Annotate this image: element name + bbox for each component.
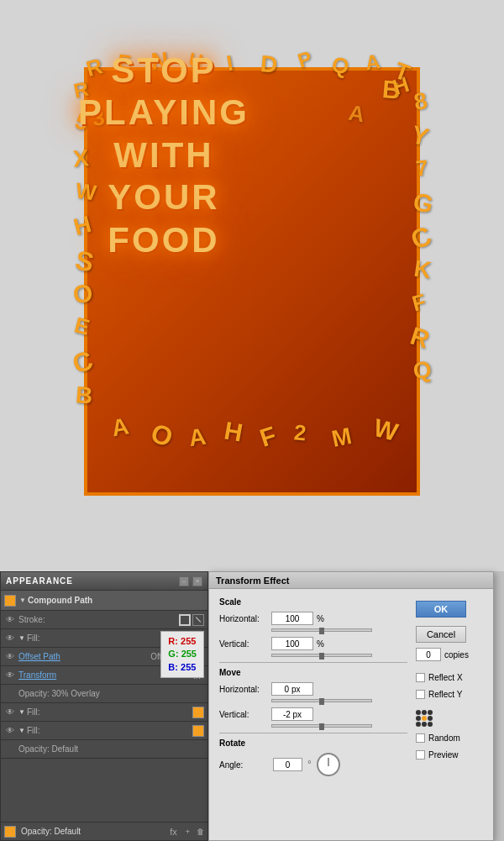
copies-label: copies	[444, 650, 469, 660]
scale-h-unit: %	[317, 614, 324, 623]
appearance-panel-footer: Opacity: Default fx + 🗑	[1, 822, 207, 840]
move-v-slider-row	[219, 724, 407, 728]
scale-h-label: Horizontal:	[219, 614, 268, 623]
panel-minimize-btn[interactable]: –	[179, 576, 189, 586]
text-line-5: FOOD	[76, 219, 252, 261]
move-v-slider[interactable]	[271, 724, 372, 728]
fill-eye-icon[interactable]: 👁	[4, 633, 16, 644]
offset-eye-icon[interactable]: 👁	[4, 651, 16, 663]
stroke-eye-icon[interactable]: 👁	[4, 614, 16, 626]
tg-dot-6	[428, 716, 433, 721]
scale-h-input[interactable]	[271, 612, 313, 625]
reflect-x-checkbox[interactable]	[416, 673, 425, 682]
fill2-row[interactable]: 👁 ▼ Fill:	[1, 703, 207, 722]
move-horizontal-row: Horizontal:	[219, 682, 407, 696]
tg-dot-8	[422, 722, 427, 727]
ok-button[interactable]: OK	[416, 601, 466, 618]
rgb-g-value: G: 255	[168, 648, 197, 660]
letter: K	[412, 255, 433, 285]
artwork-wrapper: R E N U I D P Q A T 8 Y 7 G C K F R Q W …	[71, 55, 433, 517]
scale-h-slider-row	[219, 628, 407, 632]
text-line-3: WITH	[76, 134, 252, 176]
footer-fx-icon[interactable]: fx	[170, 827, 177, 837]
tg-dot-5	[422, 716, 427, 721]
fill-arrow: ▼	[18, 634, 27, 642]
random-label: Random	[428, 733, 460, 743]
footer-trash-icon[interactable]: 🗑	[197, 828, 204, 836]
letter: B	[75, 381, 94, 410]
appearance-panel: APPEARANCE – × ▼ Compound Path 👁 Stroke:…	[0, 571, 208, 841]
move-h-slider-row	[219, 699, 407, 702]
divider-2	[219, 733, 407, 733]
panel-close-btn[interactable]: ×	[192, 576, 202, 586]
tg-dot-7	[416, 722, 421, 727]
copies-input[interactable]	[416, 648, 441, 661]
scale-section-label: Scale	[219, 597, 407, 607]
compound-path-row[interactable]: ▼ Compound Path	[1, 591, 207, 611]
letter: O	[71, 279, 95, 310]
move-h-label: Horizontal:	[219, 685, 268, 694]
fill2-label: Fill:	[27, 707, 189, 717]
transform-grid-icon[interactable]	[416, 710, 434, 728]
dialog-right: OK Cancel copies Reflect X Reflect Y	[416, 597, 483, 776]
opacity-row: Opacity: 30% Overlay	[1, 685, 207, 703]
fill2-eye-icon[interactable]: 👁	[4, 707, 16, 718]
move-v-input[interactable]	[271, 707, 313, 721]
stroke-row[interactable]: 👁 Stroke:	[1, 611, 207, 629]
compound-path-arrow: ▼	[19, 597, 28, 604]
move-h-input[interactable]	[271, 682, 313, 696]
preview-label: Preview	[428, 750, 459, 760]
preview-row: Preview	[416, 750, 483, 760]
preview-checkbox[interactable]	[416, 750, 425, 760]
angle-input[interactable]	[273, 758, 302, 771]
appearance-panel-header: APPEARANCE – ×	[1, 572, 207, 591]
text-line-1: STOP	[76, 50, 252, 92]
move-h-slider[interactable]	[271, 699, 372, 702]
transform-eye-icon[interactable]: 👁	[4, 670, 16, 681]
move-v-label: Vertical:	[219, 710, 268, 719]
compound-path-label: Compound Path	[28, 596, 204, 605]
appearance-panel-title: APPEARANCE	[6, 576, 73, 586]
reflect-y-label: Reflect Y	[428, 690, 462, 699]
dialog-body: Scale Horizontal: % Vertical: %	[209, 589, 493, 785]
letter: Q	[412, 356, 433, 386]
offset-path-label[interactable]: Offset Path	[18, 652, 150, 661]
main-text: STOP PLAYING WITH YOUR FOOD	[76, 50, 252, 261]
fill3-arrow: ▼	[18, 727, 27, 734]
random-checkbox[interactable]	[416, 733, 425, 743]
scale-horizontal-row: Horizontal: %	[219, 612, 407, 625]
move-section-label: Move	[219, 668, 407, 677]
fill3-swatch	[192, 725, 204, 737]
opacity2-label: Opacity: Default	[18, 744, 204, 754]
footer-add-icon[interactable]: +	[186, 828, 190, 836]
reflect-y-checkbox[interactable]	[416, 690, 425, 699]
stroke-box-icon	[192, 614, 204, 626]
fill3-row[interactable]: 👁 ▼ Fill:	[1, 722, 207, 740]
angle-needle	[328, 758, 328, 766]
text-line-2: PLAYING	[76, 92, 252, 134]
letter: A	[187, 423, 207, 453]
scale-v-slider-row	[219, 654, 407, 657]
text-line-4: YOUR	[76, 176, 252, 218]
bottom-panels: APPEARANCE – × ▼ Compound Path 👁 Stroke:…	[0, 571, 504, 841]
fill-rgb-row[interactable]: 👁 ▼ Fill: R: 255 G: 255 B: 255	[1, 629, 207, 648]
dialog-title: Transform Effect	[216, 576, 289, 586]
scale-v-unit: %	[317, 639, 324, 649]
scale-v-input[interactable]	[271, 637, 313, 650]
footer-swatch	[4, 826, 16, 838]
letter: D	[260, 50, 279, 79]
cancel-button[interactable]: Cancel	[416, 626, 466, 643]
scale-vertical-row: Vertical: %	[219, 637, 407, 650]
rgb-r-value: R: 255	[168, 635, 197, 648]
divider-1	[219, 662, 407, 663]
rotate-section-label: Rotate	[219, 739, 407, 748]
tg-dot-9	[428, 722, 433, 727]
panel-controls: – ×	[179, 576, 202, 586]
rgb-b-value: B: 255	[168, 661, 197, 674]
scale-h-slider[interactable]	[271, 628, 372, 632]
copies-row: copies	[416, 648, 483, 661]
fill3-eye-icon[interactable]: 👁	[4, 725, 16, 737]
scale-v-slider[interactable]	[271, 654, 372, 657]
angle-dial[interactable]	[317, 753, 340, 776]
opacity-label: Opacity: 30% Overlay	[18, 689, 204, 698]
